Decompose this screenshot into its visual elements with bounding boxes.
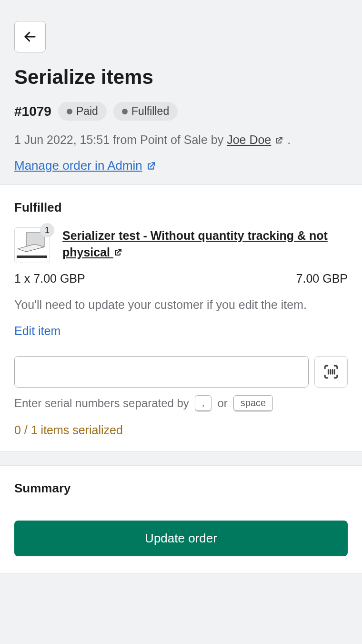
serial-input-row [14,356,348,388]
card-gap [0,452,362,465]
page-title: Serialize items [14,66,348,89]
product-name: Serializer test - Without quantity track… [62,229,328,259]
separator-hint-or: or [217,397,227,410]
external-link-icon [113,247,123,257]
manage-link-label: Manage order in Admin [14,158,142,173]
fulfilled-card: Fulfilled 1 Serializer test - Without qu… [0,184,362,452]
update-order-button[interactable]: Update order [14,521,348,556]
svg-rect-3 [17,256,47,258]
kbd-space: space [233,395,273,411]
meta-suffix: . [284,133,291,146]
kbd-comma: , [195,395,212,411]
separator-hint: Enter serial numbers separated by , or s… [14,395,348,411]
staff-link[interactable]: Joe Doe [227,133,271,146]
product-title-wrap: Serializer test - Without quantity track… [62,227,348,263]
barcode-icon [323,364,339,380]
arrow-left-icon [23,30,37,44]
order-meta-row: #1079 Paid Fulfilled [14,102,348,121]
line-item: 1 Serializer test - Without quantity tra… [14,227,348,263]
meta-prefix: 1 Jun 2022, 15:51 from Point of Sale by [14,133,227,146]
order-number: #1079 [14,104,51,119]
edit-item-link[interactable]: Edit item [14,324,60,338]
qty-x-price: 1 x 7.00 GBP [14,272,85,286]
badge-label: Fulfilled [131,105,169,118]
serial-number-input[interactable] [14,356,309,388]
order-metadata: 1 Jun 2022, 15:51 from Point of Sale by … [14,133,348,147]
separator-hint-prefix: Enter serial numbers separated by [14,397,189,410]
fulfilled-title: Fulfilled [14,200,348,215]
price-row: 1 x 7.00 GBP 7.00 GBP [14,272,348,286]
edit-hint: You'll need to update your customer if y… [14,298,348,312]
serial-count: 0 / 1 items serialized [14,423,348,437]
badge-dot-icon [67,109,72,114]
barcode-scan-button[interactable] [314,356,348,388]
summary-card: Summary Update order [0,465,362,574]
manage-order-link[interactable]: Manage order in Admin [14,158,157,173]
status-badge-fulfilled: Fulfilled [113,102,178,121]
product-link[interactable]: Serializer test - Without quantity track… [62,229,328,259]
product-thumbnail: 1 [14,227,50,263]
badge-dot-icon [122,109,128,114]
badge-label: Paid [76,105,98,118]
quantity-badge: 1 [40,223,54,237]
back-button[interactable] [14,21,46,52]
line-total: 7.00 GBP [296,272,348,286]
footer-gap [0,574,362,603]
external-link-icon [146,161,157,171]
page-header: Serialize items #1079 Paid Fulfilled 1 J… [0,0,362,184]
status-badge-paid: Paid [58,102,107,121]
external-link-icon [274,135,284,145]
summary-title: Summary [14,481,348,496]
